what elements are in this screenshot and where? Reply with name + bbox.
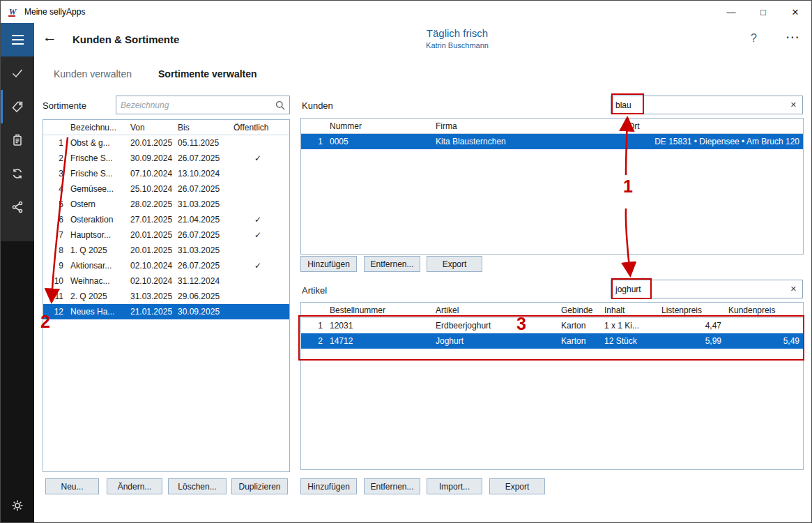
check-icon [10, 66, 24, 80]
sidebar-item-assortments[interactable] [1, 90, 34, 123]
kunden-label: Kunden [302, 100, 333, 111]
table-row[interactable]: 4 Gemüsee... 25.10.2024 26.07.2025 [43, 181, 289, 197]
gear-icon [10, 499, 24, 513]
more-button[interactable]: ⋯ [786, 29, 799, 45]
sortimente-table-header: Bezeichnu... Von Bis Öffentlich [43, 120, 289, 135]
column-header-artikel[interactable]: Artikel [432, 305, 558, 315]
sortimente-search-input[interactable] [121, 100, 275, 110]
tab-sortimente-verwalten[interactable]: Sortimente verwalten [158, 68, 257, 79]
table-row[interactable]: 10 Weihnac... 02.10.2024 31.12.2024 [43, 273, 289, 289]
kunden-table: Nummer Firma Ort 1 0005 Kita Blausternch… [300, 118, 804, 255]
column-header-von[interactable]: Von [127, 123, 174, 132]
close-button[interactable]: ✕ [779, 1, 811, 23]
tag-icon [10, 100, 24, 114]
artikel-hinzufuegen-button[interactable]: Hinzufügen [300, 478, 357, 494]
table-row[interactable]: 7 Hauptsor... 20.01.2025 26.07.2025 ✓ [43, 227, 289, 243]
table-row[interactable]: 1 Obst & g... 20.01.2025 05.11.2025 [43, 135, 289, 151]
artikel-search-box: ✕ [611, 280, 803, 298]
clipboard-icon [10, 133, 24, 147]
table-row[interactable]: 8 1. Q 2025 20.01.2025 31.03.2025 [43, 243, 289, 258]
table-row[interactable]: 2 Frische S... 30.09.2024 26.07.2025 ✓ [43, 151, 289, 166]
sync-icon [10, 167, 24, 181]
column-header-firma[interactable]: Firma [432, 121, 625, 131]
sidebar-item-sync[interactable] [1, 157, 34, 190]
column-header-oeffentlich[interactable]: Öffentlich [230, 123, 286, 132]
sidebar-item-orders[interactable] [1, 123, 34, 157]
page-title: Kunden & Sortimente [72, 33, 179, 45]
sortimente-search-box [116, 96, 290, 114]
tab-kunden-verwalten[interactable]: Kunden verwalten [54, 68, 132, 79]
artikel-entfernen-button[interactable]: Entfernen... [364, 478, 420, 494]
sidebar-item-share[interactable] [1, 190, 34, 224]
artikel-export-button[interactable]: Export [489, 478, 545, 494]
window-title: Meine sellyApps [24, 7, 85, 17]
column-header-bis[interactable]: Bis [174, 123, 230, 132]
table-row[interactable]: 1 12031 Erdbeerjoghurt Karton 1 x 1 Ki..… [301, 318, 803, 333]
column-header-ort[interactable]: Ort [625, 121, 803, 131]
kunden-search-box: ✕ [611, 96, 803, 114]
aendern-button[interactable]: Ändern... [107, 478, 162, 494]
table-row-selected[interactable]: 2 14712 Joghurt Karton 12 Stück 5,99 5,4… [301, 333, 803, 349]
column-header-bezeichnung[interactable]: Bezeichnu... [67, 123, 127, 132]
account-user: Katrin Buschmann [342, 41, 572, 50]
account-name: Täglich frisch [342, 27, 572, 39]
table-row-selected[interactable]: 1 0005 Kita Blausternchen DE 15831 • Die… [301, 134, 803, 149]
table-row[interactable]: 6 Osteraktion 27.01.2025 21.04.2025 ✓ [43, 212, 289, 227]
minimize-button[interactable]: — [715, 1, 747, 23]
app-logo-icon: W [7, 6, 18, 17]
artikel-import-button[interactable]: Import... [427, 478, 482, 494]
title-bar: W Meine sellyApps — □ ✕ [1, 1, 811, 23]
sortimente-label: Sortimente [43, 100, 86, 111]
table-row[interactable]: 5 Ostern 28.02.2025 31.03.2025 [43, 197, 289, 212]
neu-button[interactable]: Neu... [45, 478, 99, 494]
duplizieren-button[interactable]: Duplizieren [231, 478, 288, 494]
artikel-label: Artikel [302, 285, 327, 296]
check-icon: ✓ [230, 261, 286, 271]
table-row[interactable]: 11 2. Q 2025 31.03.2025 29.06.2025 [43, 289, 289, 304]
hamburger-menu-icon[interactable] [1, 23, 34, 56]
share-icon [10, 200, 24, 214]
check-icon: ✓ [230, 153, 286, 163]
column-header-inhalt[interactable]: Inhalt [601, 305, 658, 315]
table-row-selected[interactable]: 12 Neues Ha... 21.01.2025 30.09.2025 [43, 304, 289, 319]
kunden-search-input[interactable] [615, 100, 788, 110]
help-button[interactable]: ? [751, 32, 757, 45]
clear-icon[interactable]: ✕ [788, 100, 799, 109]
artikel-table-header: Bestellnummer Artikel Gebinde Inhalt Lis… [301, 303, 803, 318]
loeschen-button[interactable]: Löschen... [168, 478, 227, 494]
table-row[interactable]: 9 Aktionsar... 02.10.2024 26.07.2025 ✓ [43, 258, 289, 273]
check-icon: ✓ [230, 215, 286, 225]
column-header-gebinde[interactable]: Gebinde [558, 305, 601, 315]
artikel-table: Bestellnummer Artikel Gebinde Inhalt Lis… [300, 302, 804, 470]
column-header-kundenpreis[interactable]: Kundenpreis [725, 305, 803, 315]
table-row[interactable]: 3 Frische S... 07.10.2024 13.10.2024 [43, 166, 289, 181]
sidebar-item-tasks[interactable] [1, 56, 34, 90]
column-header-listenpreis[interactable]: Listenpreis [658, 305, 725, 315]
column-header-nummer[interactable]: Nummer [326, 121, 432, 131]
search-icon [275, 100, 286, 111]
maximize-button[interactable]: □ [747, 1, 779, 23]
clear-icon[interactable]: ✕ [788, 285, 799, 294]
account-info: Täglich frisch Katrin Buschmann [342, 27, 572, 50]
kunden-export-button[interactable]: Export [427, 256, 482, 272]
sidebar [1, 23, 34, 522]
check-icon: ✓ [230, 230, 286, 240]
back-button[interactable]: ← [43, 29, 57, 45]
column-header-bestellnummer[interactable]: Bestellnummer [326, 305, 432, 315]
sidebar-item-settings[interactable] [1, 489, 34, 522]
kunden-table-header: Nummer Firma Ort [301, 119, 803, 134]
window-controls: — □ ✕ [715, 1, 811, 23]
kunden-entfernen-button[interactable]: Entfernen... [364, 256, 420, 272]
kunden-hinzufuegen-button[interactable]: Hinzufügen [300, 256, 357, 272]
artikel-search-input[interactable] [615, 285, 788, 294]
sortimente-table: Bezeichnu... Von Bis Öffentlich 1 Obst &… [43, 119, 290, 472]
